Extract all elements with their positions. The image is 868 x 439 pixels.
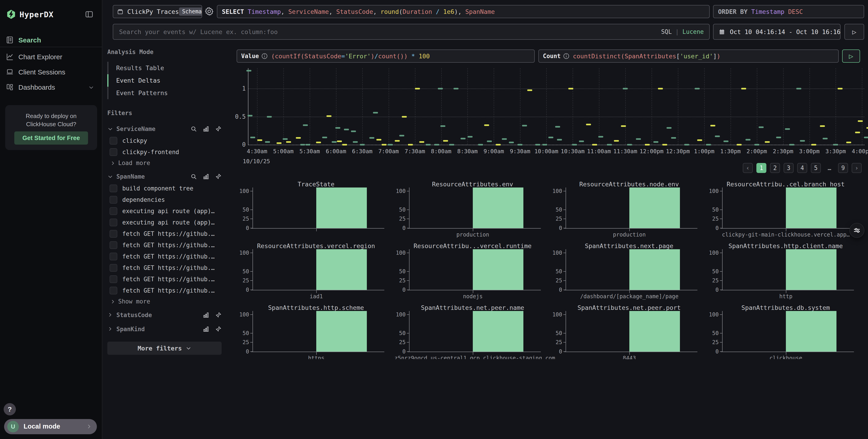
pagination-prev-button[interactable]: ‹ bbox=[743, 163, 753, 173]
bar-chart-icon[interactable] bbox=[203, 326, 209, 332]
sidebar-item-client-sessions[interactable]: Client Sessions bbox=[0, 66, 102, 79]
analysis-mode-option[interactable]: Event Patterns bbox=[107, 87, 222, 99]
search-icon[interactable] bbox=[190, 173, 197, 180]
filter-group-header[interactable]: StatusCode bbox=[107, 309, 222, 321]
mini-y-tick-label: 0 bbox=[238, 225, 249, 231]
pagination-page-1[interactable]: 1 bbox=[756, 163, 766, 173]
run-search-button[interactable]: ▷ bbox=[844, 24, 864, 40]
collapse-sidebar-icon[interactable] bbox=[85, 10, 93, 19]
data-point-green bbox=[796, 88, 801, 89]
sidebar-item-chart-explorer[interactable]: Chart Explorer bbox=[0, 50, 102, 64]
filter-option[interactable]: build component tree bbox=[107, 183, 222, 194]
chart-settings-fab[interactable] bbox=[849, 223, 864, 238]
mode-sql[interactable]: SQL bbox=[661, 28, 672, 35]
data-point-green bbox=[666, 127, 672, 129]
source-select[interactable]: ClickPy Traces Schema bbox=[113, 5, 202, 18]
filter-option[interactable]: fetch GET https://github.… bbox=[107, 285, 222, 296]
sql-select-input[interactable]: SELECT Timestamp, ServiceName, StatusCod… bbox=[217, 5, 710, 18]
pagination-page-4[interactable]: 4 bbox=[797, 163, 807, 173]
data-point-green bbox=[509, 142, 514, 143]
help-button[interactable]: ? bbox=[4, 403, 16, 415]
filter-option[interactable]: executing api route (app)… bbox=[107, 217, 222, 228]
sidebar-item-dashboards[interactable]: Dashboards bbox=[0, 81, 102, 94]
search-icon[interactable] bbox=[190, 125, 197, 132]
gear-icon[interactable] bbox=[204, 6, 214, 16]
filter-group-header[interactable]: ServiceName bbox=[107, 123, 222, 135]
date-range-picker[interactable]: Oct 10 04:16:14 - Oct 10 16:16:14 bbox=[713, 24, 841, 40]
pagination-page-3[interactable]: 3 bbox=[784, 163, 794, 173]
play-icon: ▷ bbox=[849, 52, 853, 60]
checkbox[interactable] bbox=[110, 287, 117, 294]
mini-chart-title: ResourceAttribu..cel.branch_host bbox=[707, 181, 864, 188]
mini-y-tick-mark bbox=[720, 209, 722, 210]
data-point-green bbox=[265, 141, 270, 143]
mini-chart-title: SpanAttributes.net.peer.port bbox=[551, 304, 707, 311]
mini-chart-SpanAttributes.http.client.name: SpanAttributes.http.client.name02550100h… bbox=[707, 241, 864, 303]
sidebar-item-search[interactable]: Search bbox=[0, 34, 102, 47]
bar-chart-icon[interactable] bbox=[203, 125, 209, 132]
checkbox[interactable] bbox=[110, 196, 117, 204]
checkbox[interactable] bbox=[110, 218, 117, 226]
pagination-page-2[interactable]: 2 bbox=[770, 163, 780, 173]
filter-option[interactable]: clickpy bbox=[107, 135, 222, 146]
filter-option[interactable]: fetch GET https://github.… bbox=[107, 251, 222, 262]
pagination: ‹12345…9› bbox=[743, 163, 862, 173]
checkbox[interactable] bbox=[110, 230, 117, 238]
filter-option[interactable]: executing api route (app)… bbox=[107, 205, 222, 217]
run-analysis-button[interactable]: ▷ bbox=[842, 50, 860, 63]
checkbox[interactable] bbox=[110, 264, 117, 272]
data-point-green bbox=[800, 140, 805, 142]
mode-lucene[interactable]: Lucene bbox=[682, 28, 704, 35]
filter-group-header[interactable]: SpanName bbox=[107, 171, 222, 183]
dashboards-grid-icon bbox=[6, 83, 14, 91]
filter-more-link[interactable]: Load more bbox=[107, 158, 222, 169]
filter-option[interactable]: fetch GET https://github.… bbox=[107, 228, 222, 239]
pagination-next-button[interactable]: › bbox=[852, 163, 862, 173]
checkbox[interactable] bbox=[110, 241, 117, 249]
query-language-toggle[interactable]: SQL | Lucene bbox=[661, 28, 704, 35]
mini-y-tick-label: 0 bbox=[707, 348, 719, 355]
filter-option[interactable]: fetch GET https://github.… bbox=[107, 239, 222, 251]
mini-x-tick-mark bbox=[629, 290, 630, 293]
pin-icon[interactable] bbox=[215, 125, 222, 132]
mini-y-tick-label: 0 bbox=[707, 287, 719, 293]
filter-option[interactable]: clickpy-frontend bbox=[107, 146, 222, 158]
checkbox[interactable] bbox=[110, 207, 117, 215]
filter-option[interactable]: fetch GET https://github.… bbox=[107, 273, 222, 285]
filter-group-header[interactable]: SpanKind bbox=[107, 323, 222, 335]
more-filters-button[interactable]: More filters bbox=[107, 342, 222, 355]
bar-chart-icon[interactable] bbox=[203, 312, 209, 319]
checkbox[interactable] bbox=[110, 137, 117, 145]
get-started-button[interactable]: Get Started for Free bbox=[14, 131, 88, 145]
pagination-page-9[interactable]: 9 bbox=[838, 163, 848, 173]
code-token: 100 bbox=[419, 53, 430, 60]
account-pill[interactable]: U Local mode bbox=[4, 419, 97, 434]
mini-x-tick-mark bbox=[629, 229, 630, 231]
bar-chart-icon[interactable] bbox=[203, 173, 209, 180]
mini-y-tick-label: 100 bbox=[551, 250, 562, 256]
filter-option-label: executing api route (app)… bbox=[122, 208, 215, 214]
count-expression-input[interactable]: Count countDistinct(SpanAttributes['user… bbox=[538, 50, 839, 63]
pin-icon[interactable] bbox=[215, 312, 222, 319]
pagination-page-5[interactable]: 5 bbox=[811, 163, 821, 173]
filter-more-link[interactable]: Show more bbox=[107, 296, 222, 307]
checkbox[interactable] bbox=[110, 253, 117, 260]
search-input[interactable] bbox=[119, 28, 661, 36]
analysis-mode-option[interactable]: Event Deltas bbox=[107, 74, 222, 87]
filter-option[interactable]: dependencies bbox=[107, 194, 222, 205]
data-point-yellow bbox=[277, 142, 282, 144]
mini-y-tick-label: 25 bbox=[238, 277, 249, 284]
filter-option[interactable]: fetch GET https://github.… bbox=[107, 262, 222, 273]
pin-icon[interactable] bbox=[215, 326, 222, 332]
mini-y-tick-label: 100 bbox=[238, 188, 249, 194]
data-point-yellow bbox=[811, 144, 816, 146]
code-token: ( bbox=[271, 53, 275, 60]
checkbox[interactable] bbox=[110, 184, 117, 192]
order-by-input[interactable]: ORDER BY Timestamp DESC bbox=[713, 5, 864, 18]
pin-icon[interactable] bbox=[215, 173, 222, 180]
value-expression-input[interactable]: Value (countIf(StatusCode='Error')/count… bbox=[237, 50, 535, 63]
sql-select-expression: SELECT Timestamp, ServiceName, StatusCod… bbox=[222, 8, 495, 15]
checkbox[interactable] bbox=[110, 148, 117, 156]
analysis-mode-option[interactable]: Results Table bbox=[107, 62, 222, 74]
checkbox[interactable] bbox=[110, 275, 117, 283]
